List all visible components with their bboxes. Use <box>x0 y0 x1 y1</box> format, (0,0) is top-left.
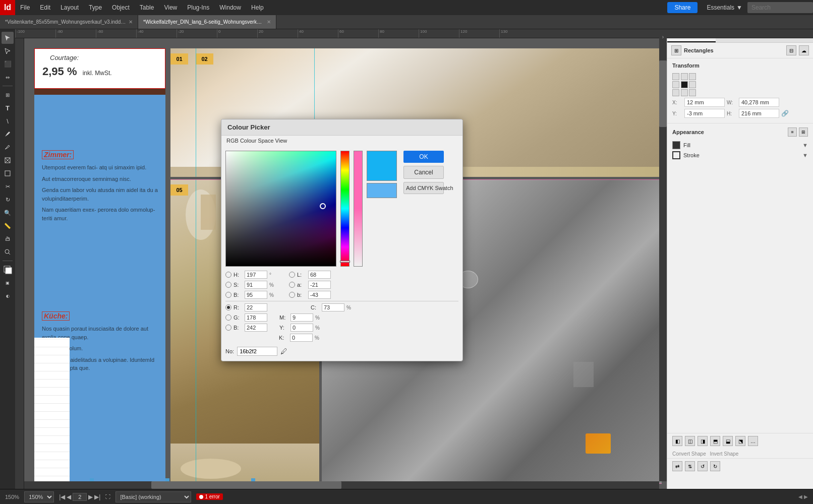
next-page-button[interactable]: ▶ <box>88 493 93 500</box>
menu-table[interactable]: Table <box>135 0 159 15</box>
cancel-button[interactable]: Cancel <box>403 166 444 179</box>
b3-input[interactable] <box>245 324 267 332</box>
panel-collapse-button[interactable]: › <box>659 29 667 44</box>
measure-tool[interactable]: 📏 <box>2 220 14 232</box>
b-radio[interactable] <box>225 292 231 298</box>
y-input[interactable] <box>684 109 725 118</box>
l-input[interactable] <box>308 271 331 279</box>
align-middle-icon[interactable]: ⬓ <box>723 436 733 446</box>
menu-edit[interactable]: Edit <box>35 0 55 15</box>
content-collector-tool[interactable]: ⊞ <box>2 89 14 101</box>
pages-icon[interactable]: ⊟ <box>786 45 796 55</box>
ref-center[interactable] <box>681 81 688 88</box>
more-icon[interactable]: … <box>748 436 758 446</box>
h-input[interactable] <box>739 109 779 118</box>
align-left-icon[interactable]: ◧ <box>672 436 682 446</box>
vertical-scrollbar-thumb[interactable] <box>659 60 667 127</box>
hand-tool[interactable] <box>2 233 14 245</box>
menu-type[interactable]: Type <box>84 0 107 15</box>
canvas-area[interactable]: Courtage: 2,95 % inkl. MwSt. Zimmer: Ute… <box>24 38 667 489</box>
align-center-icon[interactable]: ◫ <box>685 436 695 446</box>
ref-mr[interactable] <box>689 81 696 88</box>
h-input[interactable] <box>245 271 267 279</box>
page-tool[interactable]: ⬛ <box>2 58 14 70</box>
ref-bc[interactable] <box>681 89 688 96</box>
hex-input[interactable] <box>237 347 277 356</box>
pen-tool[interactable] <box>2 128 14 140</box>
menu-layout[interactable]: Layout <box>55 0 84 15</box>
scissors-tool[interactable]: ✂ <box>2 180 14 193</box>
menu-view[interactable]: View <box>159 0 182 15</box>
tab-1-close[interactable]: ✕ <box>129 19 133 25</box>
b3-radio[interactable] <box>225 325 231 331</box>
w-input[interactable] <box>739 98 779 107</box>
horizontal-scrollbar[interactable] <box>24 481 659 489</box>
ok-button[interactable]: OK <box>403 151 444 163</box>
r-input[interactable] <box>245 303 267 311</box>
fit-page-icon[interactable]: ⛶ <box>105 494 110 499</box>
ref-tl[interactable] <box>672 73 679 80</box>
zoom-tool[interactable] <box>2 246 14 258</box>
eyedropper-tool[interactable]: 🔍 <box>2 207 14 219</box>
ref-br[interactable] <box>689 89 696 96</box>
direct-select-tool[interactable] <box>2 45 14 57</box>
color-gradient-picker[interactable] <box>225 151 336 267</box>
appearance-list-view[interactable]: ≡ <box>788 128 797 137</box>
a-input[interactable] <box>308 281 331 289</box>
zoom-select[interactable]: 150% 100% 200% <box>24 491 54 502</box>
g-radio[interactable] <box>225 314 231 321</box>
rotate-90-icon[interactable]: ↺ <box>698 461 708 471</box>
flip-v-icon[interactable]: ⇅ <box>685 461 695 471</box>
menu-window[interactable]: Window <box>214 0 246 15</box>
appearance-grid-view[interactable]: ⊞ <box>799 128 808 137</box>
apply-gradient[interactable]: ◐ <box>2 290 14 302</box>
ref-tr[interactable] <box>689 73 696 80</box>
align-right-icon[interactable]: ◨ <box>698 436 708 446</box>
pencil-tool[interactable] <box>2 141 14 153</box>
align-top-icon[interactable]: ⬒ <box>710 436 720 446</box>
rectangle-tool[interactable] <box>2 167 14 179</box>
gap-tool[interactable]: ⇔ <box>2 71 14 83</box>
free-transform-tool[interactable]: ↻ <box>2 194 14 206</box>
scroll-arrows-right[interactable]: ◀ ▶ <box>798 494 808 499</box>
b2-input[interactable] <box>308 291 331 299</box>
line-tool[interactable]: \ <box>2 115 14 127</box>
align-bottom-icon[interactable]: ⬔ <box>735 436 745 446</box>
menu-help[interactable]: Help <box>246 0 269 15</box>
profile-select[interactable]: [Basic] (working) <box>115 491 191 502</box>
page-number-input[interactable] <box>73 493 87 501</box>
horizontal-scrollbar-thumb[interactable] <box>151 481 342 489</box>
prev-page-button[interactable]: ◀ <box>67 493 71 500</box>
l-radio[interactable] <box>289 272 295 278</box>
alpha-slider[interactable] <box>354 151 363 267</box>
s-radio[interactable] <box>225 282 231 288</box>
constrain-icon[interactable]: 🔗 <box>781 110 789 117</box>
c-input[interactable] <box>322 303 344 311</box>
fill-color-swatch[interactable] <box>672 141 680 149</box>
essentials-button[interactable]: Essentials ▼ <box>702 2 747 13</box>
x-input[interactable] <box>684 98 725 107</box>
error-badge[interactable]: 1 error <box>196 493 222 500</box>
b2-radio[interactable] <box>289 292 295 298</box>
m-input[interactable] <box>291 313 313 322</box>
g-input[interactable] <box>245 313 267 322</box>
k-input[interactable] <box>290 334 313 342</box>
b-input[interactable] <box>245 291 267 299</box>
y2-input[interactable] <box>291 324 313 332</box>
type-tool[interactable]: T <box>2 102 14 114</box>
eyedropper-icon[interactable]: 🖊 <box>280 347 287 355</box>
rotate-180-icon[interactable]: ↻ <box>710 461 720 471</box>
select-tool[interactable] <box>2 32 14 44</box>
tab-1[interactable]: *Visitenkarte_85x55mm_Wohnungsverkauf_v3… <box>0 15 138 29</box>
add-cmyk-swatch-button[interactable]: Add CMYK Swatch <box>403 182 444 194</box>
share-button[interactable]: Share <box>667 2 698 13</box>
a-radio[interactable] <box>289 282 295 288</box>
menu-plugins[interactable]: Plug-Ins <box>182 0 214 15</box>
first-page-button[interactable]: |◀ <box>59 493 65 500</box>
r-radio[interactable] <box>225 304 231 310</box>
rectangle-frame-tool[interactable] <box>2 154 14 166</box>
apply-color[interactable]: ▣ <box>2 277 14 289</box>
fill-color[interactable] <box>2 264 14 276</box>
menu-file[interactable]: File <box>15 0 35 15</box>
tab-2[interactable]: *Wickelfalzflyer_DIN_lang_6-seitig_Wohnu… <box>138 15 276 29</box>
